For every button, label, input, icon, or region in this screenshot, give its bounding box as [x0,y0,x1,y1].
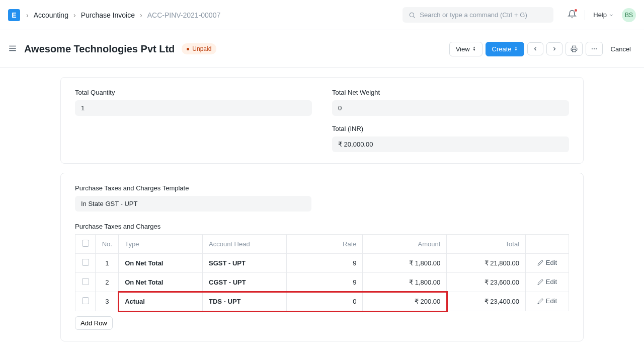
view-label: View [456,45,470,53]
taxes-template-select[interactable]: In State GST - UPT [75,196,311,212]
row-no: 1 [96,254,119,273]
print-button[interactable] [566,42,583,56]
table-header-row: No. Type Account Head Rate Amount Total [75,235,569,254]
edit-row-button[interactable]: Edit [537,259,557,266]
edit-row-button[interactable]: Edit [537,278,557,286]
row-total: ₹ 23,600.00 [447,273,526,292]
search-icon [409,12,416,19]
svg-rect-5 [572,49,576,52]
row-checkbox[interactable] [82,278,89,285]
total-inr-value: ₹ 20,000.00 [332,136,569,152]
create-label: Create [492,45,512,53]
more-horizontal-icon [591,45,598,52]
row-type[interactable]: Actual [119,292,203,311]
row-account[interactable]: SGST - UPT [203,254,287,273]
cancel-button[interactable]: Cancel [606,42,636,56]
total-net-weight-value: 0 [332,100,569,116]
row-total: ₹ 23,400.00 [447,292,526,311]
chevron-down-icon [609,13,614,18]
breadcrumb-current: ACC-PINV-2021-00007 [147,11,221,19]
svg-line-1 [414,16,415,18]
col-rate: Rate [286,235,363,254]
chevron-right-icon [551,46,557,52]
add-row-button[interactable]: Add Row [75,316,113,330]
taxes-table: No. Type Account Head Rate Amount Total … [75,234,569,311]
topbar: E › Accounting › Purchase Invoice › ACC-… [0,0,644,30]
help-menu[interactable]: Help [593,11,614,19]
help-label: Help [593,11,607,19]
total-quantity-label: Total Quantity [75,89,312,96]
prev-button[interactable] [527,42,543,55]
row-amount[interactable]: ₹ 1,800.00 [363,273,447,292]
more-button[interactable] [586,42,603,56]
status-badge: Unpaid [182,43,216,54]
create-button[interactable]: Create ▲▼ [486,42,524,56]
total-quantity-value: 1 [75,100,312,116]
printer-icon [571,45,578,52]
topbar-right: Help BS [568,8,636,22]
avatar[interactable]: BS [622,8,636,22]
select-all-checkbox[interactable] [82,240,89,247]
row-rate[interactable]: 0 [286,292,363,311]
col-no: No. [96,235,119,254]
search-input[interactable]: Search or type a command (Ctrl + G) [403,7,553,23]
col-account: Account Head [203,235,287,254]
row-type[interactable]: On Net Total [119,254,203,273]
svg-point-8 [596,48,597,49]
col-type: Type [119,235,203,254]
row-rate[interactable]: 9 [286,273,363,292]
chevron-right-icon: › [140,11,142,19]
row-checkbox[interactable] [82,297,89,304]
app-logo[interactable]: E [8,9,20,21]
taxes-table-label: Purchase Taxes and Charges [75,223,569,230]
status-text: Unpaid [192,45,211,52]
sort-icon: ▲▼ [473,46,476,51]
view-button[interactable]: View ▲▼ [449,42,482,56]
row-no: 2 [96,273,119,292]
taxes-template-label: Purchase Taxes and Charges Template [75,184,569,192]
row-rate[interactable]: 9 [286,254,363,273]
chevron-left-icon [532,46,538,52]
chevron-right-icon: › [73,11,76,19]
col-total: Total [447,235,526,254]
next-button[interactable] [546,42,562,55]
total-inr-label: Total (INR) [332,125,569,132]
pencil-icon [537,298,543,304]
notifications-button[interactable] [568,10,577,20]
totals-card: Total Quantity 1 Total Net Weight 0 Tota… [60,77,584,164]
pencil-icon [537,260,543,266]
table-row[interactable]: 3ActualTDS - UPT0₹ 200.00₹ 23,400.00Edit [75,292,569,311]
page-header: Awesome Technologies Pvt Ltd Unpaid View… [0,30,644,68]
search-placeholder: Search or type a command (Ctrl + G) [420,11,527,19]
page-title: Awesome Technologies Pvt Ltd [24,43,175,55]
row-no: 3 [96,292,119,311]
chevron-right-icon: › [26,11,29,19]
row-amount[interactable]: ₹ 200.00 [363,292,447,311]
row-type[interactable]: On Net Total [119,273,203,292]
notification-dot [575,9,577,12]
table-row[interactable]: 1On Net TotalSGST - UPT9₹ 1,800.00₹ 21,8… [75,254,569,273]
status-dot [187,48,189,50]
divider [585,10,585,20]
svg-point-0 [410,13,414,17]
col-edit [526,235,569,254]
taxes-card: Purchase Taxes and Charges Template In S… [60,173,584,341]
table-row[interactable]: 2On Net TotalCGST - UPT9₹ 1,800.00₹ 23,6… [75,273,569,292]
svg-point-7 [593,48,594,49]
content: Total Quantity 1 Total Net Weight 0 Tota… [60,68,584,347]
row-account[interactable]: CGST - UPT [203,273,287,292]
row-amount[interactable]: ₹ 1,800.00 [363,254,447,273]
page-actions: View ▲▼ Create ▲▼ Cancel [449,42,636,56]
breadcrumb-item[interactable]: Purchase Invoice [81,11,135,19]
edit-row-button[interactable]: Edit [537,297,557,305]
sidebar-toggle[interactable] [8,44,17,54]
sort-icon: ▲▼ [515,46,518,51]
breadcrumb: › Accounting › Purchase Invoice › ACC-PI… [26,11,220,19]
menu-icon [8,44,17,53]
total-net-weight-label: Total Net Weight [332,89,569,96]
breadcrumb-item[interactable]: Accounting [34,11,68,19]
pencil-icon [537,279,543,285]
row-account[interactable]: TDS - UPT [203,292,287,311]
row-total: ₹ 21,800.00 [447,254,526,273]
row-checkbox[interactable] [82,259,89,266]
